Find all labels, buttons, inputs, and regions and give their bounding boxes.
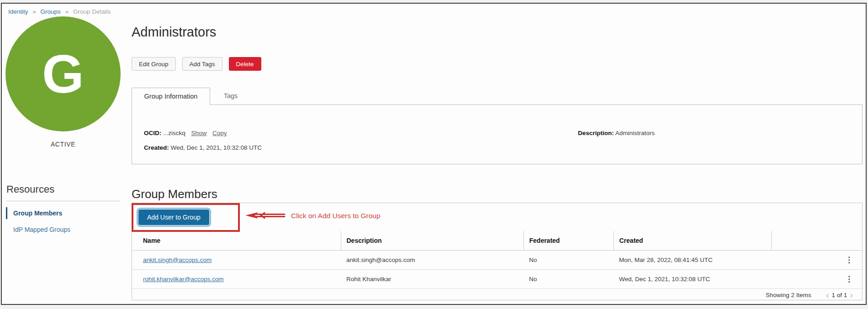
tab-tags[interactable]: Tags <box>210 88 251 105</box>
sidebar-item-group-members[interactable]: Group Members <box>6 207 62 219</box>
column-header-created: Created <box>614 231 771 250</box>
breadcrumb-separator: » <box>32 8 36 15</box>
member-federated: No <box>524 269 614 288</box>
column-header-actions <box>771 231 863 250</box>
member-name-link[interactable]: ankit.singh@accops.com <box>143 257 212 263</box>
row-actions-kebab-icon[interactable]: ⋮ <box>845 275 853 283</box>
description-row: Description: Administrators <box>578 129 655 138</box>
page-title: Administrators <box>132 25 216 40</box>
breadcrumb-identity-link[interactable]: Identity <box>8 8 28 15</box>
delete-button[interactable]: Delete <box>229 57 261 71</box>
table-footer: Showing 2 Items ‹ 1 of 1 › <box>132 289 862 301</box>
breadcrumb-current: Group Details <box>73 8 111 15</box>
sidebar-item-idp-mapped-groups[interactable]: IdP Mapped Groups <box>6 224 70 236</box>
member-created: Mon, Mar 28, 2022, 08:41:45 UTC <box>614 250 771 269</box>
column-header-name: Name <box>132 231 341 250</box>
pagination-page-label: 1 of 1 <box>832 292 847 299</box>
group-avatar: G <box>5 16 121 131</box>
created-value: Wed, Dec 1, 2021, 10:32:08 UTC <box>171 144 262 151</box>
breadcrumb-groups-link[interactable]: Groups <box>41 8 61 15</box>
ocid-label: OCID: <box>144 130 161 136</box>
edit-group-button[interactable]: Edit Group <box>132 57 176 71</box>
resources-divider <box>6 201 121 201</box>
member-description: Rohit Khanvilkar <box>341 269 524 288</box>
annotation-arrow-icon <box>244 210 286 221</box>
tab-group-information[interactable]: Group Information <box>132 88 210 105</box>
member-name-link[interactable]: rohit.khanvilkar@accops.com <box>143 276 224 283</box>
showing-items-label: Showing 2 Items <box>766 292 811 299</box>
member-description: ankit.singh@accops.com <box>341 250 524 269</box>
member-created: Wed, Dec 1, 2021, 10:32:08 UTC <box>614 269 771 288</box>
annotation-text: Click on Add Users to Group <box>291 212 381 220</box>
column-header-description: Description <box>341 231 524 250</box>
ocid-row: OCID: ...zisckq Show Copy <box>144 129 262 138</box>
resources-heading: Resources <box>6 183 54 195</box>
table-row: rohit.khanvilkar@accops.com Rohit Khanvi… <box>132 269 863 288</box>
group-information-panel: OCID: ...zisckq Show Copy Created: Wed, … <box>132 105 863 164</box>
breadcrumb: Identity » Groups » Group Details <box>8 8 111 15</box>
members-toolbar: Add User to Group <box>132 203 862 231</box>
pagination-prev-icon[interactable]: ‹ <box>823 290 832 299</box>
created-row: Created: Wed, Dec 1, 2021, 10:32:08 UTC <box>144 143 262 152</box>
member-federated: No <box>524 250 614 269</box>
breadcrumb-separator: » <box>65 8 69 15</box>
group-avatar-letter: G <box>42 47 84 101</box>
status-label: ACTIVE <box>5 141 121 148</box>
page-frame: Identity » Groups » Group Details G ACTI… <box>1 3 867 305</box>
group-members-panel: Add User to Group Name Description Feder… <box>132 203 863 300</box>
created-label: Created: <box>144 144 169 151</box>
table-header-row: Name Description Federated Created <box>132 231 863 250</box>
description-value: Administrators <box>615 130 655 136</box>
table-row: ankit.singh@accops.com ankit.singh@accop… <box>132 250 863 269</box>
ocid-copy-link[interactable]: Copy <box>212 130 227 136</box>
add-user-to-group-button[interactable]: Add User to Group <box>138 209 209 225</box>
column-header-federated: Federated <box>524 231 614 250</box>
action-buttons: Edit Group Add Tags Delete <box>132 57 261 71</box>
group-members-heading: Group Members <box>132 187 217 201</box>
group-members-table: Name Description Federated Created ankit… <box>132 231 863 289</box>
description-label: Description: <box>578 130 614 136</box>
pagination-next-icon[interactable]: › <box>847 290 856 299</box>
row-actions-kebab-icon[interactable]: ⋮ <box>845 256 853 264</box>
ocid-show-link[interactable]: Show <box>191 130 207 136</box>
add-tags-button[interactable]: Add Tags <box>182 57 222 71</box>
ocid-value: ...zisckq <box>163 130 185 136</box>
